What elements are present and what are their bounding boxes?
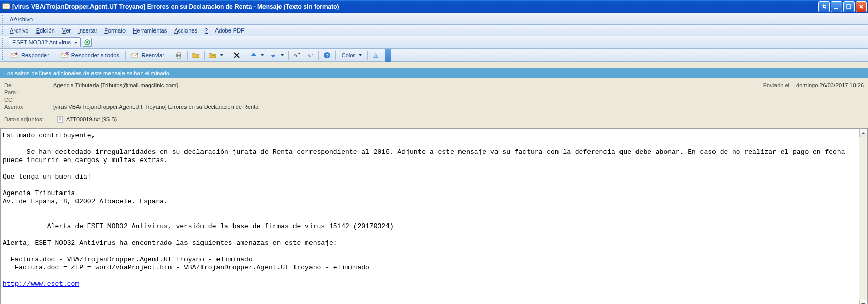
eset-status-button[interactable] <box>83 38 92 47</box>
toolbar-handle[interactable] <box>2 15 5 23</box>
menu-acciones[interactable]: Acciones <box>171 25 201 36</box>
forward-icon <box>131 51 140 59</box>
toolbar-handle[interactable] <box>2 26 5 34</box>
attachments-label: Datos adjuntos: <box>4 116 53 122</box>
menu-ayuda[interactable]: ? <box>201 25 211 36</box>
message-body[interactable]: Estimado contribuyente, Se han dectedado… <box>1 129 859 304</box>
button-label: Color <box>342 52 355 58</box>
attachment-item[interactable]: ATT00019.txt (95 B) <box>53 115 120 124</box>
info-bar[interactable]: Los saltos de línea adicionales de este … <box>0 68 868 78</box>
eset-antivirus-dropdown[interactable]: ESET NOD32 Antivirus <box>9 37 81 47</box>
svg-text:A: A <box>293 52 298 58</box>
vertical-scrollbar[interactable] <box>859 129 867 304</box>
minimize-button[interactable] <box>831 1 842 12</box>
separator <box>228 51 228 60</box>
svg-rect-16 <box>373 57 378 58</box>
close-button[interactable] <box>856 1 867 12</box>
menu-label: dición <box>40 27 55 34</box>
dropdown-arrow[interactable] <box>261 50 265 61</box>
spacer <box>0 62 868 68</box>
menu-archivo[interactable]: Archivo <box>6 25 33 36</box>
toolbar-handle[interactable] <box>2 38 5 47</box>
sent-label: Enviado el: <box>763 82 791 88</box>
menu-adobe-pdf[interactable]: Adobe PDF <box>211 25 248 36</box>
svg-text:A: A <box>374 52 378 58</box>
eset-label: ESET NOD32 Antivirus <box>12 39 71 45</box>
menu-edicion[interactable]: Edición <box>33 25 58 36</box>
from-value: Agencia Tributaria [Tributos@mail.magcli… <box>53 82 763 88</box>
move-folder-icon <box>209 51 217 59</box>
scroll-up-button[interactable] <box>859 129 867 137</box>
reply-all-icon <box>61 51 69 59</box>
menu-label: erramientas <box>137 27 167 34</box>
reply-all-button[interactable]: Responder a todos <box>57 50 123 61</box>
separator <box>125 51 126 60</box>
button-label: Reenviar <box>142 52 164 58</box>
dropdown-arrow[interactable] <box>220 50 224 61</box>
folder-flag-icon <box>192 51 200 59</box>
svg-rect-9 <box>177 52 180 55</box>
dropdown-arrow[interactable] <box>358 50 362 61</box>
app-icon <box>2 3 10 11</box>
sync-button[interactable] <box>818 1 830 12</box>
color-button[interactable]: Color <box>338 50 365 61</box>
svg-rect-5 <box>11 53 18 57</box>
delete-button[interactable] <box>230 50 243 61</box>
svg-rect-0 <box>3 4 10 9</box>
svg-point-4 <box>86 41 88 43</box>
toolbar-endcap <box>385 49 391 62</box>
menu-insertar[interactable]: Insertar <box>74 25 101 36</box>
reply-button[interactable]: Responder <box>7 50 53 61</box>
svg-rect-2 <box>847 5 851 9</box>
to-label: Para: <box>4 89 53 95</box>
dropdown-arrow[interactable] <box>281 50 284 61</box>
eset-link[interactable]: http://www.eset.com <box>3 280 79 288</box>
text-file-icon <box>57 116 64 123</box>
menu-label: Adobe PDF <box>215 27 244 34</box>
message-toolbar: Responder Responder a todos Reenviar A A… <box>0 49 868 62</box>
separator <box>288 51 289 60</box>
svg-rect-10 <box>177 56 180 58</box>
menu-formato[interactable]: Formato <box>101 25 129 36</box>
font-size-down-button[interactable]: A <box>304 50 316 61</box>
help-icon: ? <box>323 51 331 59</box>
svg-rect-17 <box>58 116 63 122</box>
previous-item-button[interactable] <box>247 50 267 61</box>
menu-label: er <box>66 27 71 34</box>
separator <box>318 51 319 60</box>
title-bar: [virus VBA/TrojanDropper.Agent.UT Troyan… <box>0 0 868 13</box>
help-button[interactable]: ? <box>321 50 333 61</box>
eset-eye-icon <box>84 39 90 45</box>
window-controls <box>818 1 867 12</box>
subject-value: [virus VBA/TrojanDropper.Agent.UT Troyan… <box>53 104 864 110</box>
button-label: Responder a todos <box>71 52 119 58</box>
separator <box>170 51 171 60</box>
scroll-down-button[interactable] <box>859 300 867 304</box>
forward-button[interactable]: Reenviar <box>128 50 168 61</box>
menu-ver[interactable]: Ver <box>58 25 74 36</box>
message-header-pane: De: Agencia Tributaria [Tributos@mail.ma… <box>0 78 868 128</box>
svg-text:A: A <box>307 53 311 58</box>
font-color-icon: A <box>372 51 380 59</box>
menu-label: ormato <box>108 27 126 34</box>
next-item-button[interactable] <box>267 50 286 61</box>
attachment-name: ATT00019.txt (95 B) <box>66 116 117 122</box>
scroll-track[interactable] <box>859 137 867 300</box>
separator <box>367 51 368 60</box>
menu-archivo[interactable]: AArchivo <box>6 13 36 24</box>
separator <box>204 51 205 60</box>
from-label: De: <box>4 82 53 88</box>
font-color-button[interactable]: A <box>370 50 382 61</box>
font-size-up-button[interactable]: A <box>291 50 303 61</box>
svg-rect-1 <box>834 8 838 9</box>
flag-button[interactable] <box>190 50 202 61</box>
menu-herramientas[interactable]: Herramientas <box>129 25 171 36</box>
maximize-button[interactable] <box>843 1 855 12</box>
sent-value: domingo 26/03/2017 18:26 <box>796 82 864 88</box>
toolbar-handle[interactable] <box>2 50 5 60</box>
move-to-folder-button[interactable] <box>207 50 226 61</box>
reply-icon <box>11 51 19 59</box>
cc-label: CC: <box>4 97 53 103</box>
arrow-up-icon <box>250 51 258 59</box>
print-button[interactable] <box>173 50 185 61</box>
